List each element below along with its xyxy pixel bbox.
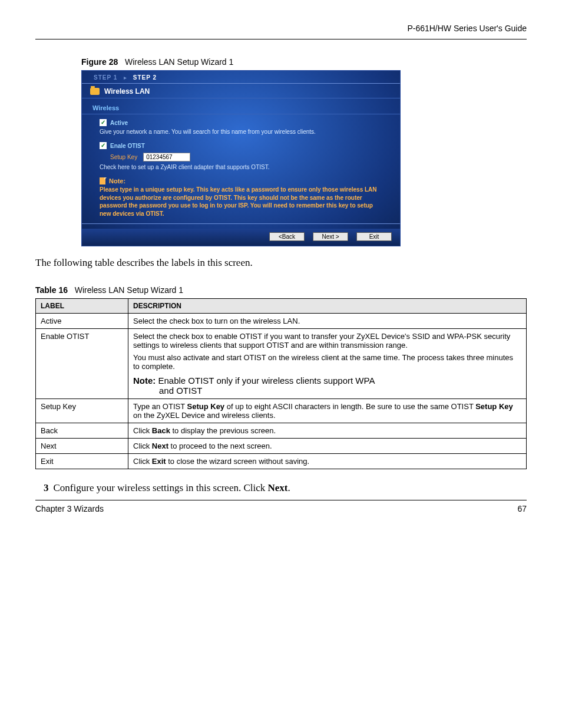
txt: of up to eight ASCII characters in lengt… — [224, 402, 475, 411]
cell-desc: Click Exit to close the wizard screen wi… — [128, 454, 527, 469]
wizard-title: Wireless LAN — [104, 87, 150, 95]
otist-note-line2: and OTIST — [159, 386, 521, 396]
table-row: Active Select the check box to turn on t… — [36, 314, 527, 329]
figure-caption: Figure 28 Wireless LAN Setup Wizard 1 — [81, 57, 527, 67]
wizard-separator — [82, 223, 400, 224]
table-row: Next Click Next to proceed to the next s… — [36, 439, 527, 454]
footer-rule — [35, 500, 527, 500]
cell-label: Enable OTIST — [36, 329, 128, 399]
active-checkbox[interactable]: ✓ — [100, 119, 107, 126]
wizard-title-row: Wireless LAN — [82, 84, 400, 98]
description-table: LABEL DESCRIPTION Active Select the chec… — [35, 298, 527, 469]
back-button[interactable]: <Back — [269, 232, 305, 241]
txt: on the ZyXEL Device and wireless clients… — [133, 411, 276, 420]
txt-bold: Exit — [152, 457, 166, 466]
txt: Click — [133, 426, 152, 435]
otist-p1: Select the check box to enable OTIST if … — [133, 332, 521, 350]
col-label: LABEL — [36, 299, 128, 314]
figure-label: Figure 28 — [81, 57, 118, 67]
txt: Type an OTIST — [133, 402, 187, 411]
note-heading: Note: — [100, 177, 389, 185]
table-caption-label: Table 16 — [35, 285, 68, 295]
figure-title: Wireless LAN Setup Wizard 1 — [125, 57, 233, 67]
wizard-section-label: Wireless — [82, 98, 400, 114]
otist-label: Enale OTIST — [110, 143, 145, 149]
step-arrow-icon: ▸ — [124, 74, 127, 81]
otist-p2: You must also activate and start OTIST o… — [133, 353, 521, 371]
table-header-row: LABEL DESCRIPTION — [36, 299, 527, 314]
otist-hint: Check here to set up a ZyAIR client adap… — [100, 164, 389, 170]
txt: Click — [133, 457, 152, 466]
step-pre: Configure your wireless settings in this… — [54, 482, 268, 493]
footer-left: Chapter 3 Wizards — [35, 504, 104, 513]
step-3: 3Configure your wireless settings in thi… — [44, 482, 527, 494]
table-row: Exit Click Exit to close the wizard scre… — [36, 454, 527, 469]
footer-right: 67 — [517, 504, 527, 513]
txt: to proceed to the next screen. — [168, 442, 272, 450]
txt: Click — [133, 442, 152, 450]
table-caption-title: Wireless LAN Setup Wizard 1 — [75, 285, 183, 295]
cell-label: Back — [36, 423, 128, 439]
txt-bold: Back — [152, 426, 170, 435]
otist-note: Note: Enable OTIST only if your wireless… — [133, 375, 521, 396]
txt: to close the wizard screen without savin… — [166, 457, 310, 466]
folder-icon — [90, 88, 100, 95]
intro-text: The following table describes the labels… — [35, 257, 527, 269]
note-body: Please type in a unique setup key. This … — [100, 186, 389, 218]
header-guide-title: P-661H/HW Series User's Guide — [35, 24, 527, 39]
txt: to display the previous screen. — [170, 426, 276, 435]
exit-button[interactable]: Exit — [356, 232, 392, 241]
cell-desc: Type an OTIST Setup Key of up to eight A… — [128, 399, 527, 423]
step-2-label: STEP 2 — [133, 74, 157, 81]
page-footer: Chapter 3 Wizards 67 — [35, 504, 527, 513]
cell-desc: Select the check box to enable OTIST if … — [128, 329, 527, 399]
cell-label: Active — [36, 314, 128, 329]
col-description: DESCRIPTION — [128, 299, 527, 314]
step-bold: Next — [268, 482, 288, 493]
step-1-label: STEP 1 — [94, 74, 117, 81]
cell-label: Next — [36, 439, 128, 454]
active-label: Active — [110, 120, 128, 126]
table-row: Back Click Back to display the previous … — [36, 423, 527, 439]
step-number: 3 — [44, 482, 49, 493]
cell-label: Exit — [36, 454, 128, 469]
table-row: Enable OTIST Select the check box to ena… — [36, 329, 527, 399]
wizard-body: ✓ Active Give your network a name. You w… — [82, 119, 400, 229]
txt-bold: Setup Key — [475, 402, 513, 411]
wizard-footer: <Back Next > Exit — [82, 229, 400, 246]
txt-bold: Setup Key — [187, 402, 225, 411]
next-button[interactable]: Next > — [313, 232, 348, 241]
note-head-text: Note: — [109, 177, 125, 185]
note-icon — [100, 177, 105, 185]
otist-checkbox[interactable]: ✓ — [100, 142, 107, 149]
txt-bold: Next — [152, 442, 168, 450]
wizard-step-bar: STEP 1 ▸ STEP 2 — [82, 71, 400, 84]
table-caption: Table 16 Wireless LAN Setup Wizard 1 — [35, 285, 527, 295]
cell-desc: Click Next to proceed to the next screen… — [128, 439, 527, 454]
setup-key-label: Setup Key — [110, 154, 137, 160]
cell-desc: Select the check box to turn on the wire… — [128, 314, 527, 329]
wizard-screenshot: STEP 1 ▸ STEP 2 Wireless LAN Wireless ✓ … — [81, 70, 401, 246]
cell-desc: Click Back to display the previous scree… — [128, 423, 527, 439]
step-post: . — [288, 482, 290, 493]
table-row: Setup Key Type an OTIST Setup Key of up … — [36, 399, 527, 423]
header-rule — [35, 39, 527, 39]
cell-label: Setup Key — [36, 399, 128, 423]
active-hint: Give your network a name. You will searc… — [100, 129, 389, 135]
setup-key-input[interactable] — [143, 153, 190, 162]
otist-note-rest: Enable OTIST only if your wireless clien… — [156, 375, 375, 386]
otist-note-bold: Note: — [133, 375, 156, 386]
